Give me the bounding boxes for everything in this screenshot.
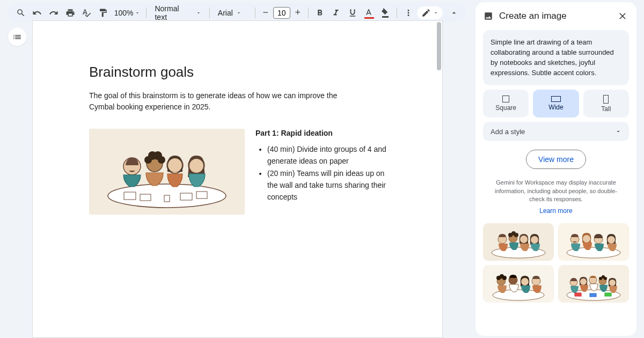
decrease-font-size-button[interactable]: − <box>259 6 272 19</box>
svg-rect-4 <box>180 193 192 200</box>
font-size-input[interactable] <box>273 7 290 19</box>
close-icon <box>617 11 628 21</box>
svg-point-12 <box>158 156 165 164</box>
aspect-label: Wide <box>548 104 563 111</box>
svg-rect-3 <box>140 194 151 201</box>
document-content-row: Part 1: Rapid ideation (40 min) Divide i… <box>89 129 389 215</box>
svg-point-25 <box>520 236 528 243</box>
font-value: Arial <box>218 9 233 17</box>
svg-rect-5 <box>196 192 207 199</box>
create-image-panel: Create an image Simple line art drawing … <box>475 2 636 336</box>
svg-point-16 <box>189 159 203 173</box>
chevron-down-icon <box>236 10 241 16</box>
increase-font-size-button[interactable]: + <box>291 6 304 19</box>
separator <box>209 8 210 18</box>
separator <box>308 8 309 18</box>
svg-point-50 <box>580 278 587 285</box>
redo-icon[interactable] <box>46 5 61 20</box>
svg-point-55 <box>604 277 607 280</box>
svg-point-57 <box>609 280 616 286</box>
paragraph-style-value: Normal text <box>155 4 193 21</box>
separator <box>146 8 147 18</box>
chevron-down-icon <box>135 10 140 16</box>
document-text-column[interactable]: Part 1: Rapid ideation (40 min) Divide i… <box>255 129 389 204</box>
highlight-color-button[interactable] <box>378 5 393 20</box>
paragraph-style-select[interactable]: Normal text <box>150 4 205 21</box>
prompt-textarea[interactable]: Simple line art drawing of a team collab… <box>483 30 629 85</box>
font-size-group: − + <box>259 6 304 19</box>
svg-point-32 <box>583 235 590 243</box>
bullet-list[interactable]: (40 min) Divide into groups of 4 and gen… <box>255 144 389 203</box>
show-outline-button[interactable] <box>8 28 26 46</box>
separator <box>255 8 255 18</box>
separator <box>397 8 397 18</box>
svg-rect-59 <box>590 293 596 297</box>
pencil-icon <box>421 8 431 18</box>
bold-button[interactable] <box>312 5 327 20</box>
square-icon <box>502 95 509 102</box>
bullet-item[interactable]: (20 min) Teams will pin ideas up on the … <box>267 168 389 203</box>
inserted-image[interactable] <box>89 129 245 215</box>
style-select[interactable]: Add a style <box>483 122 629 141</box>
chevron-down-icon <box>615 128 621 135</box>
disclaimer-text: Gemini for Workspace may display inaccur… <box>483 179 629 203</box>
svg-point-41 <box>502 276 507 280</box>
undo-icon[interactable] <box>30 5 45 20</box>
aspect-square-button[interactable]: Square <box>483 90 529 117</box>
panel-title: Create an image <box>499 11 611 21</box>
document-page[interactable]: Brainstorm goals The goal of this brains… <box>32 20 443 338</box>
svg-point-14 <box>168 158 182 172</box>
chevron-down-icon <box>196 10 201 16</box>
chevron-down-icon <box>433 10 438 16</box>
generated-image-thumb[interactable] <box>483 223 554 261</box>
svg-rect-58 <box>575 293 581 296</box>
text-color-button[interactable] <box>362 5 377 20</box>
aspect-label: Square <box>495 104 516 112</box>
generated-image-thumb[interactable] <box>558 265 629 303</box>
svg-point-35 <box>608 236 615 244</box>
zoom-value: 100% <box>114 9 134 17</box>
scroll-thumb[interactable] <box>437 22 441 70</box>
main-toolbar: 100% Normal text Arial − + <box>8 3 467 23</box>
document-intro[interactable]: The goal of this brainstorm is to genera… <box>89 90 357 113</box>
tall-icon <box>603 95 609 104</box>
chevron-up-icon <box>450 9 458 17</box>
style-placeholder: Add a style <box>491 128 525 136</box>
spellcheck-icon[interactable] <box>79 5 94 20</box>
font-select[interactable]: Arial <box>214 9 251 17</box>
panel-header: Create an image <box>483 10 629 23</box>
view-more-button[interactable]: View more <box>526 150 586 169</box>
wide-icon <box>551 96 561 102</box>
generated-image-thumb[interactable] <box>558 223 629 261</box>
more-options-button[interactable] <box>401 5 416 20</box>
print-icon[interactable] <box>63 5 78 20</box>
svg-rect-60 <box>605 293 611 296</box>
image-icon <box>483 11 494 21</box>
svg-point-27 <box>531 236 538 244</box>
aspect-wide-button[interactable]: Wide <box>533 90 579 117</box>
outline-icon <box>12 32 22 42</box>
scrollbar[interactable] <box>436 21 442 337</box>
part-title[interactable]: Part 1: Rapid ideation <box>255 129 389 137</box>
aspect-tall-button[interactable]: Tall <box>583 90 629 117</box>
svg-point-44 <box>521 278 529 285</box>
search-icon[interactable] <box>13 5 28 20</box>
editing-mode-select[interactable] <box>417 6 443 19</box>
close-button[interactable] <box>616 10 629 23</box>
svg-point-23 <box>514 233 518 237</box>
document-title[interactable]: Brainstorm goals <box>89 64 389 80</box>
aspect-ratio-group: Square Wide Tall <box>483 90 629 117</box>
paint-format-icon[interactable] <box>96 5 111 20</box>
bullet-item[interactable]: (40 min) Divide into groups of 4 and gen… <box>267 144 389 167</box>
svg-rect-2 <box>124 192 136 200</box>
aspect-label: Tall <box>601 105 611 113</box>
collapse-toolbar-button[interactable] <box>447 5 462 20</box>
generated-image-thumb[interactable] <box>483 265 554 303</box>
underline-button[interactable] <box>345 5 360 20</box>
italic-button[interactable] <box>328 5 343 20</box>
svg-rect-6 <box>164 195 170 202</box>
svg-point-53 <box>599 277 602 280</box>
thumbnail-grid <box>483 223 629 303</box>
learn-more-link[interactable]: Learn more <box>483 207 629 215</box>
zoom-select[interactable]: 100% <box>112 9 143 17</box>
